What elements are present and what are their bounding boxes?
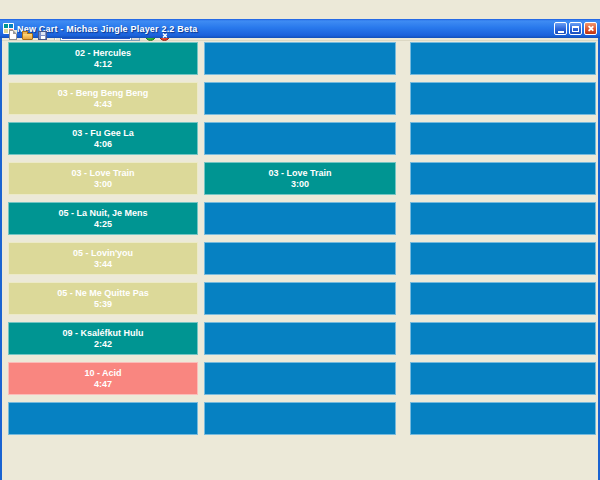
cart-cell-title: 05 - Lovin'you [73,248,133,259]
cart-cell-duration: 3:00 [291,179,309,190]
cart-cell-empty[interactable] [410,82,596,115]
cart-cell-empty[interactable] [410,282,596,315]
cart-cell[interactable]: 05 - La Nuit, Je Mens4:25 [8,202,198,235]
cart-cell-duration: 3:00 [94,179,112,190]
cart-cell-title: 03 - Love Train [71,168,134,179]
cart-cell[interactable]: 02 - Hercules4:12 [8,42,198,75]
cart-cell-empty[interactable] [204,202,396,235]
cart-cell[interactable]: 03 - Love Train3:00 [8,162,198,195]
cart-cell-title: 10 - Acid [84,368,121,379]
cart-cell[interactable]: 03 - Beng Beng Beng4:43 [8,82,198,115]
cart-cell-empty[interactable] [204,322,396,355]
cart-cell-title: 05 - Ne Me Quitte Pas [57,288,149,299]
cart-cell-empty[interactable] [410,362,596,395]
cart-cell-empty[interactable] [204,282,396,315]
close-button[interactable] [584,22,597,35]
cart-cell-empty[interactable] [410,162,596,195]
app-window: New Cart - Michas Jingle Player 2.2 Beta… [0,19,600,480]
cart-cell[interactable]: 03 - Love Train3:00 [204,162,396,195]
delete-x-icon [162,32,168,38]
cart-grid: 02 - Hercules4:1203 - Beng Beng Beng4:43… [2,41,598,477]
window-title: New Cart - Michas Jingle Player 2.2 Beta [17,24,554,34]
cart-cell-empty[interactable] [410,202,596,235]
cart-cell-title: 05 - La Nuit, Je Mens [58,208,147,219]
cart-cell-title: 09 - Ksaléfkut Hulu [62,328,143,339]
new-document-icon [9,30,17,40]
open-folder-icon [22,33,33,40]
restore-button[interactable] [569,22,582,35]
cart-cell-duration: 4:43 [94,99,112,110]
cart-cell[interactable]: 05 - Ne Me Quitte Pas5:39 [8,282,198,315]
cart-cell-empty[interactable] [410,42,596,75]
cart-cell-duration: 3:44 [94,259,112,270]
window-controls [554,22,597,35]
minimize-icon [558,31,564,33]
cart-cell[interactable]: 03 - Fu Gee La4:06 [8,122,198,155]
cart-cell-empty[interactable] [8,402,198,435]
cart-cell-duration: 4:47 [94,379,112,390]
titlebar: New Cart - Michas Jingle Player 2.2 Beta [0,19,600,38]
cart-cell-empty[interactable] [204,242,396,275]
cart-cell-duration: 2:42 [94,339,112,350]
cart-cell-title: 02 - Hercules [75,48,131,59]
restore-icon [572,26,579,32]
cart-cell-empty[interactable] [204,82,396,115]
save-floppy-icon [38,31,47,40]
cart-cell[interactable]: 05 - Lovin'you3:44 [8,242,198,275]
close-icon [587,25,594,32]
cart-cell-title: 03 - Fu Gee La [72,128,134,139]
cart-cell-empty[interactable] [204,122,396,155]
cart-cell-duration: 4:06 [94,139,112,150]
minimize-button[interactable] [554,22,567,35]
cart-cell-empty[interactable] [204,402,396,435]
cart-cell[interactable]: 09 - Ksaléfkut Hulu2:42 [8,322,198,355]
cart-cell[interactable]: 10 - Acid4:47 [8,362,198,395]
cart-cell-empty[interactable] [410,122,596,155]
cart-cell-empty[interactable] [204,42,396,75]
cart-cell-duration: 4:25 [94,219,112,230]
cart-cell-empty[interactable] [410,322,596,355]
cart-cell-title: 03 - Love Train [268,168,331,179]
cart-cell-duration: 4:12 [94,59,112,70]
cart-cell-empty[interactable] [410,402,596,435]
cart-cell-empty[interactable] [410,242,596,275]
cart-cell-empty[interactable] [204,362,396,395]
cart-cell-duration: 5:39 [94,299,112,310]
cart-cell-title: 03 - Beng Beng Beng [58,88,149,99]
